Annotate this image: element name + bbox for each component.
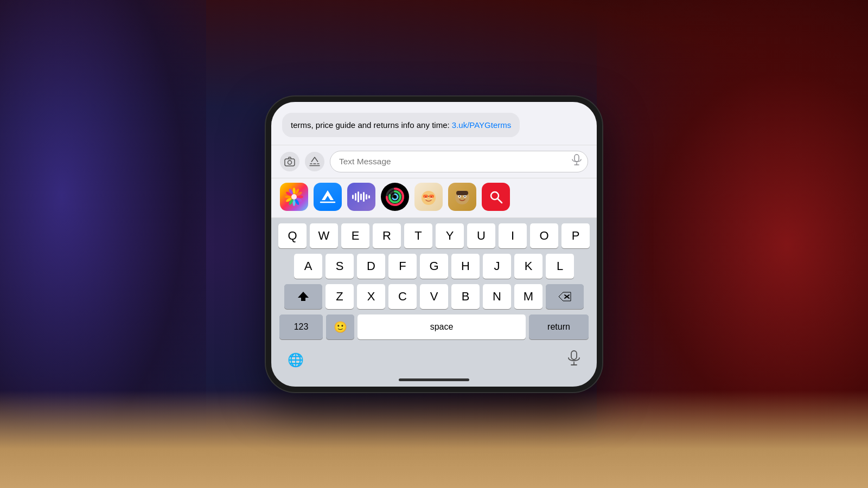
key-n[interactable]: N <box>483 284 511 309</box>
svg-rect-21 <box>355 193 356 201</box>
key-k[interactable]: K <box>514 254 542 279</box>
app-icon-memoji2[interactable] <box>448 183 476 211</box>
key-shift[interactable] <box>284 284 322 309</box>
message-area: terms, price guide and returns info any … <box>271 102 597 145</box>
svg-rect-25 <box>366 194 367 200</box>
svg-point-12 <box>293 200 296 206</box>
svg-rect-38 <box>423 195 428 198</box>
key-s[interactable]: S <box>326 254 354 279</box>
svg-rect-26 <box>368 195 370 198</box>
svg-line-48 <box>497 198 502 203</box>
mic-icon-input <box>572 154 582 169</box>
app-icon-photos[interactable] <box>280 183 308 211</box>
key-l[interactable]: L <box>546 254 574 279</box>
key-u[interactable]: U <box>467 223 495 248</box>
svg-rect-22 <box>358 191 359 202</box>
svg-rect-2 <box>575 155 579 162</box>
key-j[interactable]: J <box>483 254 511 279</box>
key-t[interactable]: T <box>404 223 432 248</box>
key-emoji[interactable]: 🙂 <box>326 314 354 339</box>
svg-point-6 <box>293 188 296 194</box>
svg-point-44 <box>459 195 460 196</box>
svg-point-1 <box>288 160 292 164</box>
app-icon-search[interactable] <box>482 183 510 211</box>
camera-button[interactable] <box>280 152 299 171</box>
message-bubble: terms, price guide and returns info any … <box>282 113 520 137</box>
key-f[interactable]: F <box>388 254 417 279</box>
key-e[interactable]: E <box>341 223 369 248</box>
svg-rect-0 <box>285 159 295 166</box>
key-i[interactable]: I <box>499 223 527 248</box>
svg-point-45 <box>464 195 465 196</box>
key-g[interactable]: G <box>420 254 448 279</box>
key-y[interactable]: Y <box>436 223 464 248</box>
bottom-bar: 🌐 <box>271 347 597 378</box>
svg-point-9 <box>297 195 303 198</box>
svg-rect-20 <box>352 195 354 199</box>
key-row-2: A S D F G H J K L <box>273 254 595 279</box>
key-backspace[interactable] <box>546 284 584 309</box>
phone: terms, price guide and returns info any … <box>266 97 602 392</box>
appstore-button[interactable] <box>305 152 324 171</box>
svg-point-15 <box>285 195 291 198</box>
mic-icon-bottom[interactable] <box>567 350 580 370</box>
key-d[interactable]: D <box>357 254 385 279</box>
key-p[interactable]: P <box>561 223 590 248</box>
key-m[interactable]: M <box>514 284 542 309</box>
text-message-input[interactable] <box>330 151 588 172</box>
key-q[interactable]: Q <box>278 223 307 248</box>
globe-icon[interactable]: 🌐 <box>288 352 304 368</box>
key-r[interactable]: R <box>373 223 401 248</box>
key-c[interactable]: C <box>388 284 417 309</box>
home-bar <box>399 378 469 381</box>
app-icon-soundcloud[interactable] <box>347 183 375 211</box>
app-icon-activity[interactable] <box>381 183 409 211</box>
svg-rect-23 <box>360 194 362 200</box>
key-b[interactable]: B <box>451 284 480 309</box>
app-icon-appstore[interactable] <box>314 183 342 211</box>
svg-rect-46 <box>456 191 468 195</box>
key-space[interactable]: space <box>358 314 526 339</box>
key-numbers[interactable]: 123 <box>279 314 323 339</box>
svg-rect-39 <box>429 195 434 198</box>
key-row-4: 123 🙂 space return <box>273 314 595 339</box>
key-return[interactable]: return <box>529 314 589 339</box>
key-a[interactable]: A <box>294 254 322 279</box>
svg-rect-51 <box>571 351 577 359</box>
home-indicator <box>271 378 597 387</box>
message-text: terms, price guide and returns info any … <box>291 120 452 130</box>
key-z[interactable]: Z <box>326 284 354 309</box>
key-v[interactable]: V <box>420 284 448 309</box>
key-h[interactable]: H <box>451 254 480 279</box>
key-row-1: Q W E R T Y U I O P <box>273 223 595 248</box>
phone-wrapper: terms, price guide and returns info any … <box>266 97 602 392</box>
app-icons-row <box>271 178 597 218</box>
keyboard: Q W E R T Y U I O P A S D F G H J K <box>271 218 597 347</box>
message-link[interactable]: 3.uk/PAYGterms <box>452 120 511 130</box>
text-input-wrapper <box>330 151 588 172</box>
app-icon-memoji1[interactable] <box>414 183 443 211</box>
key-row-3: Z X C V B N M <box>273 284 595 309</box>
input-bar <box>271 145 597 178</box>
svg-rect-24 <box>363 192 365 202</box>
svg-point-33 <box>422 191 436 205</box>
key-o[interactable]: O <box>530 223 558 248</box>
key-x[interactable]: X <box>357 284 385 309</box>
svg-point-18 <box>291 194 297 200</box>
key-w[interactable]: W <box>310 223 338 248</box>
